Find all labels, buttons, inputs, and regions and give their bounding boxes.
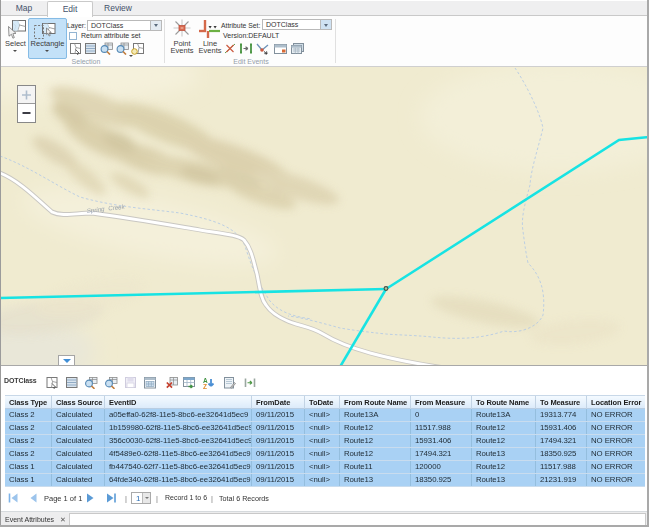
svg-text:Z: Z <box>203 383 207 390</box>
